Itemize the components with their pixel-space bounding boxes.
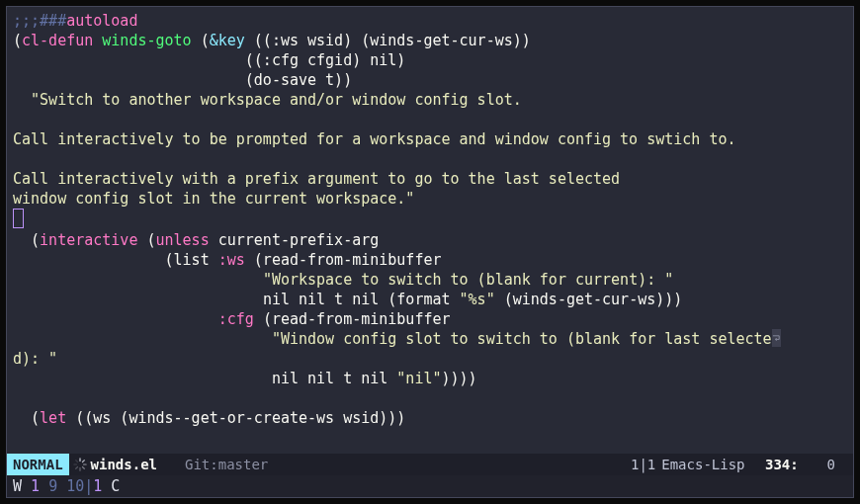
arg-cfg: ((:cfg cfgid) nil) [245,51,406,69]
arg-ws: ((:ws wsid) (winds-get-cur-ws)) [254,32,531,49]
hint-w1: 1 [31,476,40,496]
args-rfm2: nil nil t nil [272,370,396,387]
spinner-icon [69,458,91,471]
docstring-1: "Switch to another workspace and/or wind… [31,91,522,109]
str-ws: "Workspace to switch to (blank for curre… [263,271,673,289]
hint-C: C [111,476,120,496]
persp-indicator: 1|1 [631,455,655,474]
close1: )))) [442,370,477,387]
vcs-status[interactable]: Git:master [185,455,268,474]
kw-unless: unless [156,231,210,249]
hint-W: W [13,476,22,496]
svg-line-3 [82,466,84,468]
evil-state-indicator: NORMAL [7,454,69,475]
str-nil: "nil" [396,370,441,387]
sym-cpa: current-prefix-arg [218,231,380,249]
docstring-3: Call interactively with a prefix argumen… [13,170,620,188]
line-number: 334: [765,455,799,474]
str-fmt: "%s" [460,291,495,308]
arg-dosave: (do-save t)) [245,71,352,89]
line-wrap-icon [772,329,781,347]
docstring-4: window config slot in the current worksp… [13,190,414,208]
kw-cfg: :cfg [218,310,254,328]
svg-line-5 [75,466,77,468]
modeline-right: 1|1 Emacs-Lisp 334: 0 [631,455,853,474]
hint-w9: 9 [48,476,57,496]
wrap-d: d): " [13,350,57,368]
comment: ;;;### [13,12,66,30]
hint-c1: 1 [93,476,102,496]
kw-key: &key [210,32,245,49]
kw-interactive: interactive [40,231,137,249]
fn-name: winds-goto [102,32,191,49]
hint-sep: | [84,476,93,496]
buffer-name[interactable]: winds.el [91,455,157,474]
col-number: 0 [827,455,835,474]
kw-ws: :ws [218,251,245,269]
docstring-2: Call interactively to be prompted for a … [13,130,736,148]
let-body: ((ws (winds--get-or-create-ws wsid))) [66,409,405,427]
call-rfm1: (read-from-minibuffer [254,251,442,269]
echo-area: W 1 9 10 | 1 C [7,475,853,497]
args-rfm1: nil nil t nil (format [263,291,460,308]
autoload: autoload [66,12,137,30]
svg-line-7 [75,461,77,462]
kw-let: let [40,409,66,427]
sym-list: list [174,251,210,269]
call-curws: (winds-get-cur-ws))) [495,291,683,308]
svg-line-1 [82,461,84,462]
modeline: NORMAL winds.el Git:master 1|1 Emacs-Lis… [7,454,853,475]
major-mode[interactable]: Emacs-Lisp [661,455,744,474]
cursor [13,209,24,228]
call-rfm2: (read-from-minibuffer [263,310,451,328]
kw-cl-defun: cl-defun [22,32,93,49]
hint-w10: 10 [66,476,84,496]
code-area[interactable]: ;;;###autoload (cl-defun winds-goto (&ke… [7,7,853,454]
str-cfg: "Window config slot to switch to (blank … [272,330,772,348]
editor-frame: ;;;###autoload (cl-defun winds-goto (&ke… [6,6,854,498]
